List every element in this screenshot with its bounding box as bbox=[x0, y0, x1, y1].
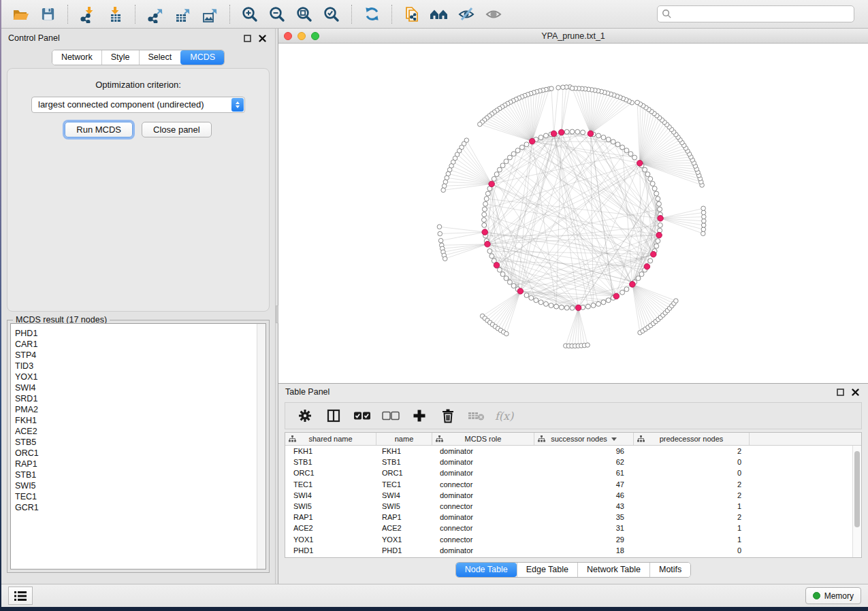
table-cell[interactable]: connector bbox=[432, 534, 534, 545]
table-cell[interactable]: 2 bbox=[634, 490, 750, 501]
panel-splitter[interactable] bbox=[275, 29, 278, 584]
table-cell[interactable]: 62 bbox=[534, 457, 634, 467]
delete-column-button[interactable] bbox=[436, 405, 460, 427]
table-cell[interactable]: dominator bbox=[432, 490, 534, 501]
mcds-result-item[interactable]: CAR1 bbox=[15, 339, 266, 350]
mcds-result-item[interactable]: PMA2 bbox=[15, 404, 266, 415]
import-network-button[interactable] bbox=[74, 3, 101, 26]
table-cell[interactable]: 18 bbox=[534, 545, 634, 556]
table-cell[interactable]: dominator bbox=[432, 446, 534, 457]
tab-select[interactable]: Select bbox=[139, 50, 181, 65]
zoom-in-button[interactable] bbox=[236, 3, 263, 26]
export-image-button[interactable] bbox=[196, 3, 223, 26]
table-cell[interactable]: PHD1 bbox=[285, 545, 376, 556]
export-network-button[interactable] bbox=[142, 3, 169, 26]
table-cell[interactable]: SWI5 bbox=[376, 501, 432, 512]
node-layer[interactable] bbox=[437, 85, 706, 348]
show-all-button[interactable] bbox=[480, 3, 507, 26]
table-cell[interactable]: STB1 bbox=[285, 457, 376, 467]
column-header-successor-nodes[interactable]: successor nodes bbox=[534, 433, 634, 445]
tab-node-table[interactable]: Node Table bbox=[456, 563, 517, 577]
table-row[interactable]: ACE2ACE2connector311 bbox=[285, 523, 861, 533]
table-cell[interactable]: SWI4 bbox=[285, 490, 376, 501]
tab-style[interactable]: Style bbox=[101, 50, 139, 65]
table-cell[interactable]: STB1 bbox=[376, 457, 432, 467]
table-cell[interactable]: dominator bbox=[432, 545, 534, 556]
mcds-result-item[interactable]: RAP1 bbox=[15, 459, 266, 469]
table-cell[interactable]: FKH1 bbox=[376, 446, 432, 457]
table-cell[interactable]: 43 bbox=[534, 501, 634, 512]
table-cell[interactable]: ACE2 bbox=[376, 523, 432, 533]
deselect-all-columns-button[interactable] bbox=[379, 405, 402, 427]
mcds-result-item[interactable]: STB5 bbox=[15, 437, 266, 448]
table-cell[interactable]: 47 bbox=[534, 479, 634, 490]
mcds-result-item[interactable]: FKH1 bbox=[15, 415, 266, 426]
splitter-handle[interactable] bbox=[276, 306, 278, 323]
table-cell[interactable]: 0 bbox=[634, 467, 750, 478]
tab-mcds[interactable]: MCDS bbox=[180, 50, 224, 65]
table-cell[interactable]: 2 bbox=[634, 512, 750, 523]
run-mcds-button[interactable]: Run MCDS bbox=[65, 122, 133, 137]
table-cell[interactable]: 1 bbox=[634, 534, 750, 545]
table-cell[interactable]: 29 bbox=[534, 534, 634, 545]
table-cell[interactable]: dominator bbox=[432, 457, 534, 467]
mcds-result-item[interactable]: ACE2 bbox=[15, 426, 266, 437]
list-scrollbar[interactable] bbox=[257, 324, 266, 569]
import-table-button[interactable] bbox=[101, 3, 129, 26]
table-cell[interactable]: 96 bbox=[534, 446, 634, 457]
table-cell[interactable]: YOX1 bbox=[285, 534, 376, 545]
table-row[interactable]: PHD1PHD1dominator180 bbox=[285, 545, 861, 556]
table-cell[interactable]: dominator bbox=[432, 512, 534, 523]
save-session-button[interactable] bbox=[34, 3, 61, 26]
node-table[interactable]: shared namenameMCDS rolesuccessor nodesp… bbox=[285, 432, 862, 558]
float-panel-button[interactable] bbox=[241, 32, 253, 44]
table-cell[interactable]: 46 bbox=[534, 490, 634, 501]
mcds-result-item[interactable]: ORC1 bbox=[15, 448, 266, 459]
table-cell[interactable]: 1 bbox=[634, 523, 750, 533]
table-cell[interactable]: TEC1 bbox=[285, 479, 376, 490]
mcds-result-item[interactable]: SWI5 bbox=[15, 480, 266, 491]
refresh-view-button[interactable] bbox=[358, 3, 385, 26]
table-row[interactable]: ORC1ORC1dominator610 bbox=[285, 467, 861, 478]
table-row[interactable]: RAP1RAP1dominator352 bbox=[285, 512, 861, 523]
clone-network-button[interactable] bbox=[398, 3, 425, 26]
table-cell[interactable]: TEC1 bbox=[376, 479, 432, 490]
fit-content-button[interactable] bbox=[291, 3, 318, 26]
close-mcds-panel-button[interactable]: Close panel bbox=[142, 122, 212, 137]
table-cell[interactable]: 2 bbox=[634, 446, 750, 457]
mcds-result-item[interactable]: STB1 bbox=[15, 469, 266, 480]
table-cell[interactable]: 1 bbox=[634, 501, 750, 512]
column-header-predecessor-nodes[interactable]: predecessor nodes bbox=[634, 433, 750, 445]
mcds-result-item[interactable]: SWI4 bbox=[15, 382, 266, 393]
network-graph[interactable] bbox=[278, 44, 868, 384]
add-column-button[interactable] bbox=[408, 405, 431, 427]
first-neighbors-button[interactable] bbox=[425, 3, 453, 26]
table-scrollbar[interactable] bbox=[852, 446, 861, 557]
mcds-result-item[interactable]: YOX1 bbox=[15, 371, 266, 382]
table-cell[interactable]: dominator bbox=[432, 467, 534, 478]
tab-edge-table[interactable]: Edge Table bbox=[517, 563, 577, 577]
table-row[interactable]: YOX1YOX1connector291 bbox=[285, 534, 861, 545]
tab-network-table[interactable]: Network Table bbox=[577, 563, 649, 577]
column-header-shared-name[interactable]: shared name bbox=[285, 433, 376, 445]
search-input[interactable] bbox=[657, 5, 854, 22]
table-cell[interactable]: RAP1 bbox=[376, 512, 432, 523]
table-cell[interactable]: ORC1 bbox=[376, 467, 432, 478]
table-cell[interactable]: connector bbox=[432, 501, 534, 512]
show-column-panel-button[interactable] bbox=[322, 405, 345, 427]
column-header-name[interactable]: name bbox=[376, 433, 432, 445]
tab-network[interactable]: Network bbox=[52, 50, 101, 65]
table-cell[interactable]: 61 bbox=[534, 467, 634, 478]
memory-button[interactable]: Memory bbox=[805, 587, 861, 604]
table-cell[interactable]: PHD1 bbox=[376, 545, 432, 556]
zoom-out-button[interactable] bbox=[263, 3, 291, 26]
export-table-button[interactable] bbox=[169, 3, 196, 26]
table-row[interactable]: SWI5SWI5connector431 bbox=[285, 501, 861, 512]
table-cell[interactable]: SWI5 bbox=[285, 501, 376, 512]
table-cell[interactable]: 0 bbox=[634, 457, 750, 467]
table-cell[interactable]: YOX1 bbox=[376, 534, 432, 545]
close-table-panel-button[interactable] bbox=[849, 386, 861, 398]
table-row[interactable]: TEC1TEC1connector472 bbox=[285, 479, 861, 490]
select-all-columns-button[interactable] bbox=[351, 405, 374, 427]
table-cell[interactable]: ORC1 bbox=[285, 467, 376, 478]
